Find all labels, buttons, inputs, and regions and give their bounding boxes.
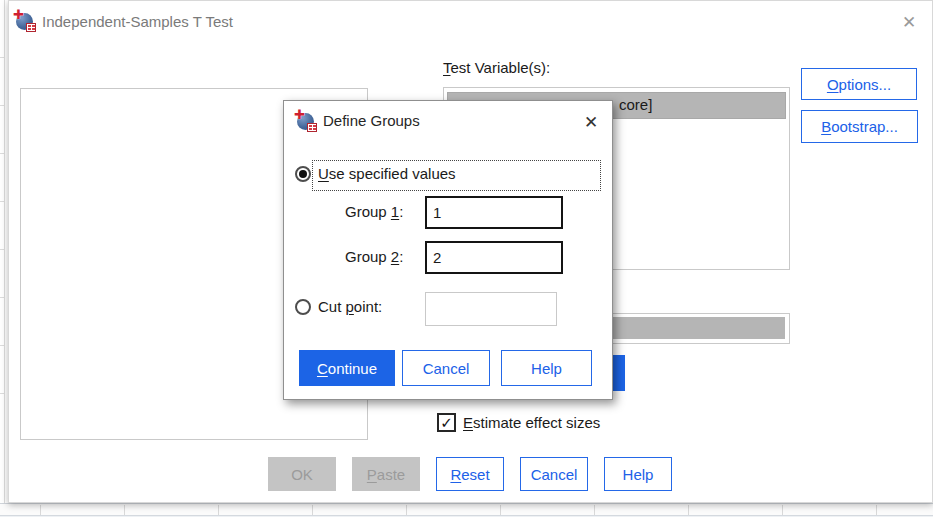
bootstrap-button[interactable]: Bootstrap... bbox=[801, 110, 918, 143]
cell-border bbox=[782, 505, 783, 515]
background-row-tick bbox=[0, 105, 5, 106]
continue-button[interactable]: Continue bbox=[299, 350, 395, 386]
close-icon[interactable]: ✕ bbox=[578, 109, 604, 135]
background-row-tick bbox=[0, 57, 5, 58]
cut-point-label[interactable]: Cut point: bbox=[318, 298, 382, 315]
define-groups-title: Define Groups bbox=[323, 112, 420, 129]
background-row-tick bbox=[0, 393, 5, 394]
cell-border bbox=[500, 505, 501, 515]
selected-test-variable-text: core] bbox=[619, 96, 652, 113]
cancel-button[interactable]: Cancel bbox=[402, 350, 490, 386]
close-icon[interactable]: ✕ bbox=[896, 9, 922, 35]
data-editor-grid-sliver bbox=[0, 503, 933, 517]
use-specified-values-label[interactable]: Use specified values bbox=[318, 165, 456, 182]
cell-border bbox=[124, 505, 125, 515]
test-variables-label: Test Variable(s): bbox=[443, 59, 550, 76]
help-button[interactable]: Help bbox=[501, 350, 592, 386]
spss-app-icon: ✚ bbox=[14, 10, 36, 32]
cell-border bbox=[406, 505, 407, 515]
cell-border bbox=[312, 505, 313, 515]
screen: ✚ Independent-Samples T Test ✕ Test Vari… bbox=[0, 0, 933, 517]
cut-point-input[interactable] bbox=[425, 292, 557, 326]
estimate-effect-sizes-checkbox[interactable]: ✓ bbox=[437, 413, 456, 432]
dialog-title: Independent-Samples T Test bbox=[42, 13, 233, 30]
background-gridline bbox=[4, 0, 5, 504]
background-row-tick bbox=[0, 249, 5, 250]
background-row-tick bbox=[0, 345, 5, 346]
cut-point-radio[interactable] bbox=[295, 299, 311, 315]
group1-input[interactable] bbox=[425, 196, 563, 229]
group2-input[interactable] bbox=[425, 241, 563, 274]
paste-button[interactable]: Paste bbox=[352, 457, 420, 491]
cell-border bbox=[594, 505, 595, 515]
cell-border bbox=[876, 505, 877, 515]
background-row-tick bbox=[0, 297, 5, 298]
cancel-button[interactable]: Cancel bbox=[520, 457, 588, 491]
help-button[interactable]: Help bbox=[604, 457, 672, 491]
cell-border bbox=[40, 505, 41, 515]
group2-label: Group 2: bbox=[345, 248, 403, 265]
options-button[interactable]: Options... bbox=[801, 68, 917, 100]
cell-border bbox=[688, 505, 689, 515]
check-icon: ✓ bbox=[440, 415, 453, 430]
spss-app-icon: ✚ bbox=[295, 110, 317, 132]
reset-button[interactable]: Reset bbox=[436, 457, 504, 491]
cell-border bbox=[218, 505, 219, 515]
ok-button[interactable]: OK bbox=[268, 457, 336, 491]
background-row-tick bbox=[0, 153, 5, 154]
estimate-effect-sizes-label: Estimate effect sizes bbox=[463, 414, 600, 431]
background-row-tick bbox=[0, 201, 5, 202]
group1-label: Group 1: bbox=[345, 203, 403, 220]
use-specified-values-radio[interactable] bbox=[295, 166, 311, 182]
